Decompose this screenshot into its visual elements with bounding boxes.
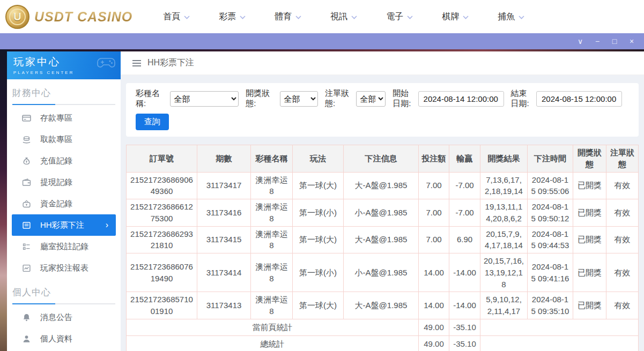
dropdown-button[interactable]: ∨	[575, 36, 585, 47]
summary-empty	[480, 319, 639, 335]
chevron-right-icon: ›	[106, 221, 108, 229]
table-cell: 大-A盤@1.985	[344, 172, 419, 199]
nav-item-label: 捕魚	[498, 11, 515, 23]
nav-item[interactable]: 電子	[372, 11, 427, 23]
table-cell: 第一球(小)	[293, 199, 344, 227]
sidebar-item[interactable]: 玩家投注報表	[7, 257, 121, 279]
table-cell: 7,13,6,17,2,18,19,14	[480, 172, 528, 199]
table-cell: 大-A盤@1.985	[344, 226, 419, 253]
maximize-button[interactable]: □	[610, 36, 619, 47]
wallet-icon	[22, 178, 31, 187]
table-cell: 澳洲幸运8	[251, 226, 293, 253]
column-header: 投注額	[419, 145, 449, 173]
sidebar-item[interactable]: 存款專區	[7, 107, 121, 129]
table-cell: 2152172368571001910	[127, 292, 197, 319]
sidebar-item[interactable]: HH彩票下注›	[12, 214, 116, 236]
summary-label: 當前頁統計	[127, 319, 419, 335]
sidebar-item[interactable]: 廳室投註記錄	[7, 236, 121, 257]
table-cell: 澳洲幸运8	[251, 172, 293, 199]
site-logo[interactable]: U USDT CASINO	[5, 5, 132, 29]
table-cell: 有效	[606, 253, 639, 292]
chevron-down-icon	[463, 12, 469, 21]
sidebar-item-label: 廳室投註記錄	[40, 242, 88, 252]
usdt-coin-icon: U	[5, 5, 29, 29]
table-cell: 2152172368629321810	[127, 226, 197, 253]
sidebar-item-label: HH彩票下注	[40, 220, 84, 230]
table-cell: 7.00	[419, 199, 449, 227]
end-date-input[interactable]	[536, 91, 622, 107]
close-button[interactable]: ×	[627, 36, 636, 47]
table-cell: 小-A盤@1.985	[344, 199, 419, 227]
main-panel: HH彩票下注 彩種名稱: 全部 開獎狀態: 全部 注單狀態:	[121, 51, 644, 351]
table-row: 215217236860761949031173414澳洲幸运8第一球(小)小-…	[127, 253, 639, 292]
table-cell: 已開獎	[573, 253, 606, 292]
sidebar-item-label: 個人資料	[40, 334, 72, 344]
chevron-down-icon	[295, 12, 301, 21]
bets-table-wrap: 訂單號期數彩種名稱玩法下注信息投注額輸贏開獎結果下注時間開獎狀態注單狀態 215…	[126, 145, 639, 351]
table-cell: 已開獎	[573, 226, 606, 253]
table-cell: 31173414	[197, 253, 251, 292]
summary-empty	[480, 335, 639, 351]
search-button[interactable]: 查詢	[136, 114, 169, 130]
table-cell: 31173413	[197, 292, 251, 319]
sidebar-item-label: 充值記錄	[40, 156, 72, 166]
table-cell: 31173416	[197, 199, 251, 227]
table-cell: 澳洲幸运8	[251, 199, 293, 227]
table-cell: 31173417	[197, 172, 251, 199]
start-date-input[interactable]	[418, 91, 504, 107]
sidebar-item[interactable]: 資金記錄	[7, 193, 121, 214]
nav-item[interactable]: 首頁	[149, 11, 204, 23]
sidebar-item[interactable]: 消息公告	[7, 307, 121, 328]
table-cell: 2152172368661275300	[127, 199, 197, 227]
table-cell: 第一球(大)	[293, 172, 344, 199]
sidebar-section-header: 個人中心	[12, 286, 115, 304]
nav-item[interactable]: 視訊	[316, 11, 372, 23]
main-content: 彩種名稱: 全部 開獎狀態: 全部 注單狀態: 全部	[121, 75, 644, 351]
clipboard-list-icon	[22, 242, 31, 251]
order-status-select[interactable]: 全部	[356, 91, 386, 107]
column-header: 開獎狀態	[573, 145, 606, 173]
nav-item-label: 首頁	[163, 11, 180, 23]
table-cell: 有效	[606, 172, 639, 199]
table-cell: 第一球(大)	[293, 226, 344, 253]
table-cell: 2024-08-15 09:44:53	[528, 226, 573, 253]
sidebar-item-label: 消息公告	[40, 312, 72, 323]
sidebar-item[interactable]: 取款專區	[7, 129, 121, 150]
bell-icon	[22, 313, 31, 322]
sidebar-item[interactable]: 個人資料	[7, 328, 121, 349]
nav-item[interactable]: 捕魚	[483, 11, 539, 23]
summary-label: 總統計	[127, 335, 419, 351]
column-header: 下注信息	[344, 145, 419, 173]
table-header: 訂單號期數彩種名稱玩法下注信息投注額輸贏開獎結果下注時間開獎狀態注單狀態	[127, 145, 639, 173]
nav-item[interactable]: 體育	[260, 11, 316, 23]
minimize-button[interactable]: −	[593, 36, 602, 47]
table-cell: -7.00	[449, 199, 480, 227]
column-header: 玩法	[293, 145, 344, 173]
draw-status-select[interactable]: 全部	[280, 91, 318, 107]
column-header: 期數	[197, 145, 251, 173]
bank-card-icon	[22, 114, 31, 123]
section-underline	[12, 303, 115, 304]
table-row: 215217236869064936031173417澳洲幸运8第一球(大)大-…	[127, 172, 639, 199]
lottery-name-select[interactable]: 全部	[170, 91, 239, 107]
sidebar-section-header: 財務中心	[12, 87, 115, 105]
table-cell: 已開獎	[573, 292, 606, 319]
nav-item[interactable]: 彩票	[204, 11, 260, 23]
nav-item-label: 體育	[275, 11, 292, 23]
column-header: 開獎結果	[480, 145, 528, 173]
table-cell: 5,9,10,12,2,11,4,17	[480, 292, 528, 319]
chevron-down-icon	[519, 12, 524, 21]
sidebar-item[interactable]: 充值記錄	[7, 150, 121, 171]
chevron-down-icon	[351, 12, 357, 21]
table-cell: 7.00	[419, 172, 449, 199]
table-cell: -14.00	[449, 292, 480, 319]
nav-item[interactable]: 棋牌	[427, 11, 483, 23]
site-logo-text: USDT CASINO	[34, 9, 132, 25]
end-date-label: 結束日期:	[511, 88, 532, 109]
sidebar-item[interactable]: 提現記錄	[7, 171, 121, 193]
menu-toggle-icon[interactable]	[132, 59, 142, 67]
table-cell: 6.90	[449, 226, 480, 253]
table-cell: 2024-08-15 09:50:12	[528, 199, 573, 227]
sidebar-item-label: 資金記錄	[40, 199, 72, 209]
sidebar-item-label: 提現記錄	[40, 177, 72, 188]
